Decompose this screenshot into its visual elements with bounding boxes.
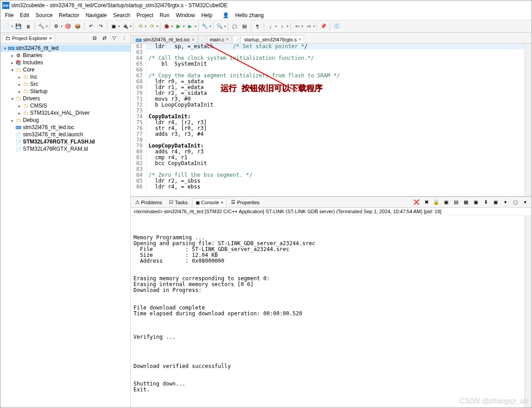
console-action-10[interactable]: ▢ [511,198,520,207]
console-action-11[interactable]: ▾ [521,198,530,207]
console-action-4[interactable]: ▤ [452,198,461,207]
menu-navigate[interactable]: Navigate [83,11,109,19]
menu-help[interactable]: Help [199,11,215,19]
tree-item[interactable]: ▸📚Includes [0,59,130,66]
collapse-all-button[interactable]: ⊟ [90,34,99,43]
search-button[interactable]: 🔍 [215,22,224,31]
expand-arrow[interactable]: ▸ [17,82,22,87]
console-action-9[interactable]: ▾ [501,198,510,207]
console-action-5[interactable]: ▦ [461,198,470,207]
link-editor-button[interactable]: ⇄ [100,34,109,43]
code-content[interactable]: ldr sp, =_estack /* Set stack pointer */… [146,44,532,196]
refresh-button[interactable]: ⟲ [136,22,145,31]
show-whitespace-button[interactable]: ¶ [253,22,262,31]
debug-button[interactable]: 🐞 [162,22,171,31]
expand-arrow[interactable]: ▸ [17,111,22,116]
external-tools-button[interactable]: 🔧 [200,22,209,31]
menu-refactor[interactable]: Refactor [56,11,82,19]
tree-item[interactable]: MXstm32l476_rtt_led.ioc [0,124,130,131]
close-icon[interactable]: × [226,37,229,42]
expand-arrow[interactable]: ▸ [9,53,15,58]
expand-arrow[interactable]: ▸ [17,89,22,94]
close-icon[interactable]: × [221,200,223,205]
tree-item[interactable]: ▸⚙Binaries [0,52,130,59]
save-all-button[interactable]: 🗎 [24,22,33,31]
tree-item[interactable]: ▸🗀CMSIS [0,102,130,109]
update-button[interactable]: ⟳ [147,22,156,31]
console-action-1[interactable]: ✖ [422,198,431,207]
expand-arrow[interactable]: ▾ [9,67,15,72]
console-action-7[interactable]: ⬇ [481,198,490,207]
project-tree[interactable]: ▾IDEstm32l476_rtt_led▸⚙Binaries▸📚Include… [0,44,130,408]
tree-item[interactable]: ▸🗀STM32L4xx_HAL_Driver [0,109,130,117]
profile-button[interactable]: ▶ [186,22,195,31]
terminal-button[interactable]: ▣ [109,22,118,31]
connect-button[interactable]: 🔌 [121,22,130,31]
toggle-block-button[interactable]: ▤ [240,22,249,31]
tab-properties[interactable]: ☰Properties [228,198,262,206]
tree-item[interactable]: ▸🗀Inc [0,73,130,81]
tree-label: Inc [30,74,37,80]
close-icon[interactable]: × [192,37,195,42]
menu-source[interactable]: Source [33,11,55,19]
console-action-8[interactable]: ▣ [491,198,500,207]
sdk-button[interactable]: 📦 [73,22,82,31]
new-button[interactable]: 📄 [2,22,11,31]
tree-item[interactable]: ▾IDEstm32l476_rtt_led [0,45,130,52]
console-action-0[interactable]: ❌ [412,198,421,207]
tab-problems[interactable]: ⚠Problems [133,198,164,206]
tree-item[interactable]: ▾🗀Core [0,66,130,73]
save-button[interactable]: 💾 [14,22,23,31]
tree-item[interactable]: ▸🗀Debug [0,117,130,124]
expand-arrow[interactable]: ▸ [9,118,15,123]
console-action-2[interactable]: 🔒 [432,198,441,207]
editor-scrollbar[interactable] [524,44,532,196]
menu-run[interactable]: Run [157,11,172,19]
tree-item[interactable]: ▾🗀Drivers [0,95,130,102]
tree-item[interactable]: ▸🗀Src [0,81,130,88]
pin-button[interactable]: 📌 [319,22,328,31]
view-menu-button[interactable]: ⋮ [120,34,129,43]
console-scrollbar[interactable] [524,215,532,408]
expand-arrow[interactable]: ▸ [17,103,22,108]
next-annotation-button[interactable]: ↓ [266,22,275,31]
project-explorer-tab[interactable]: 🗀 Project Explorer × [2,34,55,42]
tab-console[interactable]: ▣Console × [192,198,227,207]
editor-tab[interactable]: 📄main.c× [199,35,232,43]
code-editor[interactable]: 6263646566676869707172737475767778798081… [131,44,532,196]
menu-search[interactable]: Search [111,11,133,19]
expand-arrow[interactable]: ▸ [9,60,15,65]
filter-button[interactable]: ▽ [110,34,119,43]
back-button[interactable]: ⇦ [293,22,301,31]
expand-arrow[interactable]: ▾ [9,96,15,101]
tab-tasks[interactable]: ☑Tasks [166,198,190,206]
expand-arrow[interactable]: ▸ [17,75,22,80]
console-action-3[interactable]: ▣ [442,198,451,207]
tree-item[interactable]: 📄STM32L476RGTX_FLASH.ld [0,138,130,145]
run-button[interactable]: ▶ [174,22,183,31]
menu-file[interactable]: File [2,11,16,19]
undo-button[interactable]: ↶ [86,22,95,31]
config-button[interactable]: ⚙ [52,22,61,31]
redo-button[interactable]: ↷ [96,22,105,31]
tree-label: Debug [23,117,39,123]
editor-tab[interactable]: 📄startup_stm32l476rgtx.s× [233,35,304,43]
close-icon[interactable]: × [49,36,52,41]
console-output[interactable]: Memory Programming ... Opening and parsi… [131,215,532,408]
build-button[interactable]: 🔨 [37,22,46,31]
console-action-6[interactable]: ▣ [471,198,480,207]
tree-item[interactable]: 📄STM32L476RGTX_RAM.ld [0,145,130,152]
target-button[interactable]: 🎯 [63,22,72,31]
prev-annotation-button[interactable]: ↑ [278,22,287,31]
tree-item[interactable]: 📄stm32l476_rtt_led.launch [0,131,130,138]
info-button[interactable]: ⓘ [332,22,341,31]
tree-item[interactable]: ▸🗀Startup [0,88,130,95]
editor-tab[interactable]: MXstm32l476_rtt_led.ioc× [133,36,198,43]
menu-edit[interactable]: Edit [17,11,32,19]
toggle-mark-button[interactable]: ▢ [230,22,239,31]
close-icon[interactable]: × [299,37,301,42]
menu-project[interactable]: Project [134,11,156,19]
forward-button[interactable]: ⇨ [304,22,313,31]
menu-window[interactable]: Window [173,11,198,19]
expand-arrow[interactable]: ▾ [2,46,8,51]
